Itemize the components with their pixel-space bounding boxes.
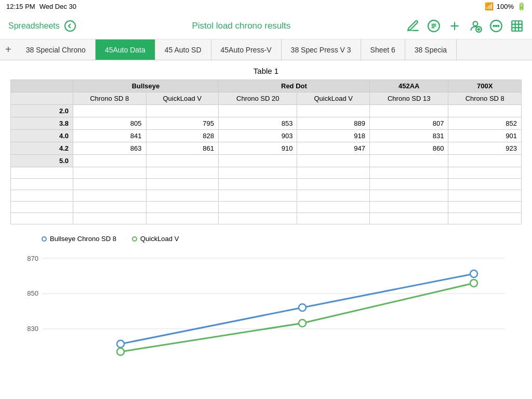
- cell-value[interactable]: 910: [218, 142, 297, 155]
- cell-value[interactable]: 828: [146, 130, 218, 142]
- cell-value[interactable]: [218, 105, 297, 117]
- cell-value[interactable]: 841: [73, 130, 147, 142]
- cell-value[interactable]: [297, 155, 369, 167]
- sub-header-chrono-sd13: Chrono SD 13: [369, 92, 448, 105]
- cell-value[interactable]: [448, 190, 522, 202]
- row-label[interactable]: 4.0: [11, 130, 73, 142]
- row-label[interactable]: 5.0: [11, 155, 73, 167]
- cell-value[interactable]: [73, 213, 147, 224]
- cell-value[interactable]: [73, 179, 147, 190]
- cell-value[interactable]: 889: [297, 117, 369, 130]
- legend-label-bullseye: Bullseye Chrono SD 8: [50, 235, 116, 243]
- tab-add-button[interactable]: +: [0, 44, 17, 56]
- cell-value[interactable]: [218, 190, 297, 202]
- cell-value[interactable]: [146, 167, 218, 179]
- annotate-icon[interactable]: [406, 19, 420, 33]
- tab-45-auto-sd[interactable]: 45 Auto SD: [155, 39, 211, 60]
- row-label[interactable]: 3.8: [11, 117, 73, 130]
- tab-38-special-chrono[interactable]: 38 Special Chrono: [17, 39, 96, 60]
- row-label[interactable]: 2.0: [11, 105, 73, 117]
- cell-value[interactable]: [146, 105, 218, 117]
- cell-value[interactable]: 861: [146, 142, 218, 155]
- list-icon[interactable]: [427, 19, 441, 33]
- cell-value[interactable]: [369, 155, 448, 167]
- row-label[interactable]: 4.2: [11, 142, 73, 155]
- tab-38-spec-press-v3[interactable]: 38 Spec Press V 3: [282, 39, 361, 60]
- sub-header-quickload-v-bull: QuickLoad V: [146, 92, 218, 105]
- cell-value[interactable]: [146, 202, 218, 213]
- cell-value[interactable]: 901: [448, 130, 522, 142]
- cell-value[interactable]: [297, 167, 369, 179]
- cell-value[interactable]: [448, 155, 522, 167]
- cell-value[interactable]: [369, 167, 448, 179]
- cell-value[interactable]: [448, 213, 522, 224]
- battery-icon: 🔋: [517, 2, 526, 10]
- legend-dot-green: [132, 236, 137, 242]
- cell-value[interactable]: 860: [369, 142, 448, 155]
- cell-value[interactable]: [146, 213, 218, 224]
- add-icon[interactable]: [448, 19, 461, 33]
- cell-value[interactable]: [218, 167, 297, 179]
- toolbar-center: Pistol load chrono results: [76, 21, 406, 31]
- tab-45auto-data[interactable]: 45Auto Data: [96, 39, 155, 60]
- sub-header-chrono-sd8-bull: Chrono SD 8: [73, 92, 147, 105]
- cell-value[interactable]: 903: [218, 130, 297, 142]
- tab-38-specia[interactable]: 38 Specia: [405, 39, 457, 60]
- cell-value[interactable]: [369, 190, 448, 202]
- cell-value[interactable]: [369, 179, 448, 190]
- cell-value[interactable]: [297, 105, 369, 117]
- cell-value[interactable]: [369, 213, 448, 224]
- table-row: [11, 202, 522, 213]
- cell-value[interactable]: 853: [218, 117, 297, 130]
- cell-value[interactable]: 807: [369, 117, 448, 130]
- cell-value[interactable]: [448, 179, 522, 190]
- table-icon[interactable]: [510, 19, 524, 33]
- cell-value[interactable]: [297, 179, 369, 190]
- row-label[interactable]: [11, 213, 73, 224]
- cell-value[interactable]: [448, 105, 522, 117]
- back-link[interactable]: Spreadsheets: [8, 21, 60, 31]
- cell-value[interactable]: [146, 179, 218, 190]
- cell-value[interactable]: [448, 202, 522, 213]
- cell-value[interactable]: [297, 190, 369, 202]
- cell-value[interactable]: 923: [448, 142, 522, 155]
- row-label[interactable]: [11, 202, 73, 213]
- chart-svg: 870 850 830: [10, 248, 522, 362]
- cell-value[interactable]: [218, 155, 297, 167]
- cell-value[interactable]: 947: [297, 142, 369, 155]
- tab-sheet-6[interactable]: Sheet 6: [361, 39, 405, 60]
- cell-value[interactable]: [73, 105, 147, 117]
- tabs: + 38 Special Chrono 45Auto Data 45 Auto …: [0, 39, 532, 60]
- legend-label-quickload: QuickLoad V: [140, 235, 179, 243]
- table-row: 3.8805795853889807852: [11, 117, 522, 130]
- tab-45auto-press-v[interactable]: 45Auto Press-V: [211, 39, 282, 60]
- cell-value[interactable]: [218, 213, 297, 224]
- cell-value[interactable]: [297, 202, 369, 213]
- row-label[interactable]: [11, 179, 73, 190]
- person-icon[interactable]: [469, 19, 482, 33]
- back-icon[interactable]: [64, 20, 76, 32]
- cell-value[interactable]: [448, 167, 522, 179]
- cell-value[interactable]: 805: [73, 117, 147, 130]
- cell-value[interactable]: [73, 155, 147, 167]
- more-icon[interactable]: [489, 19, 503, 33]
- cell-value[interactable]: 852: [448, 117, 522, 130]
- cell-value[interactable]: 831: [369, 130, 448, 142]
- document-title: Pistol load chrono results: [192, 21, 290, 31]
- cell-value[interactable]: [73, 202, 147, 213]
- cell-value[interactable]: [146, 190, 218, 202]
- cell-value[interactable]: [297, 213, 369, 224]
- main-content: Table 1 Bullseye Red Dot 452AA 700X Chro…: [0, 60, 532, 399]
- cell-value[interactable]: [218, 202, 297, 213]
- cell-value[interactable]: [369, 105, 448, 117]
- cell-value[interactable]: 863: [73, 142, 147, 155]
- cell-value[interactable]: 918: [297, 130, 369, 142]
- row-label[interactable]: [11, 190, 73, 202]
- cell-value[interactable]: 795: [146, 117, 218, 130]
- cell-value[interactable]: [146, 155, 218, 167]
- cell-value[interactable]: [369, 202, 448, 213]
- cell-value[interactable]: [73, 167, 147, 179]
- row-label[interactable]: [11, 167, 73, 179]
- cell-value[interactable]: [73, 190, 147, 202]
- cell-value[interactable]: [218, 179, 297, 190]
